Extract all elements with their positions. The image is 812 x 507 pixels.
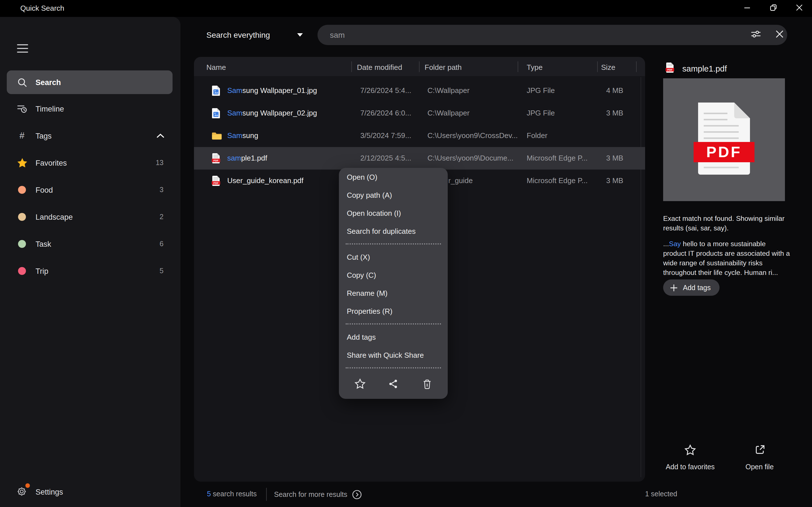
table-row[interactable]: Samsung 3/5/2024 7:59... C:\Users\yoon9\… (194, 124, 645, 147)
sidebar-item-search[interactable]: Search (7, 70, 172, 94)
file-size: 3 MB (606, 102, 640, 124)
sidebar: Search Timeline # Tags Favorites 13 Food… (0, 17, 181, 507)
menu-item-quick-share[interactable]: Share with Quick Share (339, 346, 448, 364)
sidebar-item-food[interactable]: Food 3 (0, 178, 181, 202)
column-header-size[interactable]: Size (601, 63, 615, 71)
column-header-date-modified[interactable]: Date modified (357, 63, 402, 71)
menu-item-properties[interactable]: Properties (R) (339, 302, 448, 320)
column-header-folder-path[interactable]: Folder path (424, 63, 462, 71)
share-icon (388, 379, 399, 391)
folder-icon (211, 124, 225, 147)
file-name: sample1.pdf (227, 147, 357, 170)
add-to-favorites-button[interactable]: Add to favorites (655, 443, 725, 472)
sidebar-item-label: Search (36, 78, 61, 87)
content-snippet: ...Say hello to a more sustainable produ… (663, 240, 791, 278)
file-type: Microsoft Edge P... (527, 170, 603, 192)
jpg-file-icon (211, 79, 225, 102)
sidebar-item-label: Timeline (36, 105, 64, 113)
result-count-text: 5 search results (207, 482, 257, 507)
add-tags-button[interactable]: Add tags (663, 279, 720, 296)
menu-item-copy[interactable]: Copy (C) (339, 266, 448, 284)
file-size: 3 MB (606, 147, 640, 170)
menu-item-open-location[interactable]: Open location (I) (339, 204, 448, 222)
star-outline-icon (354, 378, 366, 392)
chevron-up-icon[interactable] (156, 133, 165, 138)
tags-hash-icon: # (16, 129, 28, 142)
tag-dot-landscape (16, 211, 28, 223)
file-type: JPG File (527, 79, 603, 102)
search-input[interactable]: sam (317, 25, 787, 45)
action-label: Add to favorites (666, 463, 715, 471)
file-name: Samsung Wallpaper_01.jpg (227, 79, 357, 102)
tag-dot-trip (16, 265, 28, 277)
context-menu: Open (O) Copy path (A) Open location (I)… (339, 168, 448, 399)
column-header-name[interactable]: Name (206, 63, 226, 71)
clear-search-button[interactable] (771, 27, 787, 43)
file-path: C:\Wallpaper (427, 79, 523, 102)
menu-item-copy-path[interactable]: Copy path (A) (339, 186, 448, 204)
sidebar-item-trip[interactable]: Trip 5 (0, 259, 181, 283)
menu-divider (339, 320, 448, 328)
restore-button[interactable] (761, 0, 785, 17)
search-more-button[interactable]: Search for more results (274, 482, 362, 507)
circled-chevron-right-icon (352, 489, 362, 499)
tag-count: 3 (160, 186, 163, 194)
favorite-button[interactable] (352, 377, 368, 393)
share-button[interactable] (386, 377, 401, 393)
sidebar-item-label: Food (36, 186, 53, 194)
menu-item-rename[interactable]: Rename (M) (339, 284, 448, 302)
menu-item-cut[interactable]: Cut (X) (339, 248, 448, 266)
window-title: Quick Search (20, 0, 64, 17)
file-preview: PDF (663, 78, 785, 201)
title-bar: Quick Search (0, 0, 812, 17)
menu-item-open[interactable]: Open (O) (339, 168, 448, 186)
open-external-icon (754, 444, 765, 457)
pdf-file-icon: PDF (211, 147, 225, 170)
table-row[interactable]: Samsung Wallpaper_01.jpg 7/26/2024 5:4..… (194, 79, 645, 102)
file-path: C:\Users\yoon9\Docume... (427, 147, 523, 170)
file-date: 3/5/2024 7:59... (360, 124, 425, 147)
file-name: User_guide_korean.pdf (227, 170, 357, 192)
close-button[interactable] (786, 0, 811, 17)
delete-button[interactable] (419, 377, 435, 393)
svg-text:PDF: PDF (706, 144, 742, 160)
minimize-icon (744, 4, 751, 13)
menu-button[interactable] (12, 40, 33, 59)
sidebar-item-landscape[interactable]: Landscape 2 (0, 205, 181, 229)
plus-icon (670, 284, 678, 291)
file-name: Samsung Wallpaper_02.jpg (227, 102, 357, 124)
menu-item-search-duplicates[interactable]: Search for duplicates (339, 222, 448, 240)
search-scope-dropdown[interactable]: Search everything (206, 25, 303, 45)
file-type: JPG File (527, 102, 603, 124)
tag-count: 13 (156, 159, 163, 167)
status-bar: 5 search results Search for more results… (0, 482, 812, 507)
file-path: C:\Wallpaper (427, 102, 523, 124)
sidebar-item-task[interactable]: Task 6 (0, 232, 181, 256)
menu-item-add-tags[interactable]: Add tags (339, 328, 448, 346)
sidebar-item-tags[interactable]: # Tags (0, 124, 181, 148)
minimize-button[interactable] (735, 0, 760, 17)
clear-icon (775, 30, 783, 40)
table-row[interactable]: Samsung Wallpaper_02.jpg 7/26/2024 6:0..… (194, 102, 645, 124)
sidebar-item-label: Tags (36, 131, 52, 140)
file-type: Folder (527, 124, 603, 147)
column-header-type[interactable]: Type (527, 63, 543, 71)
search-scope-label: Search everything (206, 31, 270, 40)
table-row-selected[interactable]: PDF sample1.pdf 2/12/2025 4:5... C:\User… (194, 147, 645, 170)
file-size: 4 MB (606, 79, 640, 102)
file-path: C:\Users\yoon9\CrossDev... (427, 124, 523, 147)
filter-button[interactable] (748, 27, 763, 43)
pdf-file-icon: PDF (665, 62, 674, 75)
search-icon (16, 76, 28, 89)
sidebar-item-favorites[interactable]: Favorites 13 (0, 151, 181, 175)
dropdown-arrow-icon (297, 33, 303, 37)
tag-dot-food (16, 184, 28, 196)
svg-text:PDF: PDF (213, 159, 219, 162)
column-divider (419, 61, 419, 72)
hamburger-icon (16, 43, 29, 55)
open-file-button[interactable]: Open file (725, 443, 795, 472)
star-outline-icon (684, 444, 696, 458)
sidebar-item-timeline[interactable]: Timeline (0, 97, 181, 121)
status-divider (266, 488, 267, 501)
svg-text:PDF: PDF (667, 68, 673, 71)
